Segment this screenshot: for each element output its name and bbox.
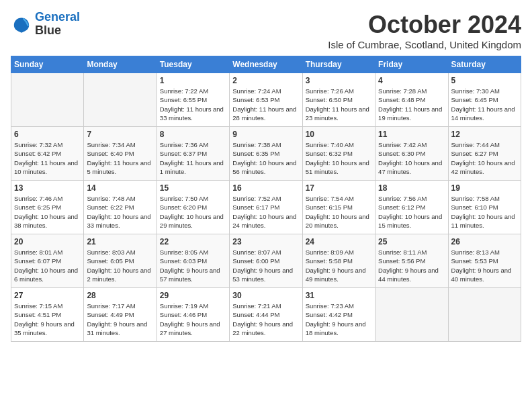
- day-number: 1: [160, 76, 226, 85]
- day-info: Sunrise: 7:46 AMSunset: 6:25 PMDaylight:…: [14, 194, 81, 230]
- day-info: Sunrise: 7:30 AMSunset: 6:45 PMDaylight:…: [451, 87, 518, 122]
- logo: General Blue: [11, 11, 80, 38]
- calendar-cell: 4Sunrise: 7:28 AMSunset: 6:48 PMDaylight…: [375, 73, 448, 127]
- calendar-table: Sunday Monday Tuesday Wednesday Thursday…: [11, 56, 521, 342]
- day-info: Sunrise: 8:09 AMSunset: 5:58 PMDaylight:…: [306, 248, 372, 283]
- calendar-cell: 10Sunrise: 7:40 AMSunset: 6:32 PMDayligh…: [302, 127, 375, 181]
- day-number: 14: [87, 183, 153, 193]
- day-info: Sunrise: 7:17 AMSunset: 4:49 PMDaylight:…: [87, 302, 153, 337]
- logo-line2: Blue: [35, 24, 80, 38]
- day-number: 15: [160, 183, 226, 193]
- calendar-cell: 30Sunrise: 7:21 AMSunset: 4:44 PMDayligh…: [230, 288, 302, 342]
- day-info: Sunrise: 8:03 AMSunset: 6:05 PMDaylight:…: [87, 248, 153, 283]
- day-number: 29: [160, 291, 226, 300]
- day-info: Sunrise: 8:11 AMSunset: 5:56 PMDaylight:…: [378, 248, 445, 283]
- col-wednesday: Wednesday: [230, 56, 302, 73]
- calendar-cell: 27Sunrise: 7:15 AMSunset: 4:51 PMDayligh…: [11, 288, 84, 342]
- day-number: 3: [306, 76, 372, 85]
- calendar-cell: 26Sunrise: 8:13 AMSunset: 5:53 PMDayligh…: [448, 234, 521, 288]
- calendar-cell: 11Sunrise: 7:42 AMSunset: 6:30 PMDayligh…: [375, 127, 448, 181]
- day-info: Sunrise: 7:32 AMSunset: 6:42 PMDaylight:…: [14, 140, 81, 176]
- day-info: Sunrise: 7:15 AMSunset: 4:51 PMDaylight:…: [14, 302, 81, 337]
- calendar-cell: 28Sunrise: 7:17 AMSunset: 4:49 PMDayligh…: [84, 288, 157, 342]
- calendar-cell: 31Sunrise: 7:23 AMSunset: 4:42 PMDayligh…: [302, 288, 375, 342]
- day-info: Sunrise: 7:40 AMSunset: 6:32 PMDaylight:…: [306, 140, 372, 176]
- calendar-cell: 2Sunrise: 7:24 AMSunset: 6:53 PMDaylight…: [230, 73, 302, 127]
- calendar-cell: 23Sunrise: 8:07 AMSunset: 6:00 PMDayligh…: [230, 234, 302, 288]
- calendar-cell: 15Sunrise: 7:50 AMSunset: 6:20 PMDayligh…: [157, 181, 229, 234]
- day-number: 6: [14, 130, 81, 139]
- day-number: 16: [232, 183, 299, 193]
- day-number: 26: [451, 237, 518, 246]
- day-number: 18: [378, 183, 445, 193]
- calendar-week-2: 6Sunrise: 7:32 AMSunset: 6:42 PMDaylight…: [11, 127, 521, 181]
- day-number: 25: [378, 237, 445, 246]
- day-number: 7: [87, 130, 153, 139]
- location-title: Isle of Cumbrae, Scotland, United Kingdo…: [328, 39, 521, 50]
- day-number: 28: [87, 291, 153, 300]
- day-number: 11: [378, 130, 445, 139]
- col-sunday: Sunday: [11, 56, 84, 73]
- logo-line1: General: [35, 10, 80, 24]
- calendar-header: Sunday Monday Tuesday Wednesday Thursday…: [11, 56, 521, 73]
- title-area: October 2024 Isle of Cumbrae, Scotland, …: [328, 11, 521, 50]
- day-info: Sunrise: 7:50 AMSunset: 6:20 PMDaylight:…: [160, 194, 226, 230]
- calendar-cell: 20Sunrise: 8:01 AMSunset: 6:07 PMDayligh…: [11, 234, 84, 288]
- calendar-cell: 22Sunrise: 8:05 AMSunset: 6:03 PMDayligh…: [157, 234, 229, 288]
- day-info: Sunrise: 7:23 AMSunset: 4:42 PMDaylight:…: [306, 302, 372, 337]
- day-number: 4: [378, 76, 445, 85]
- calendar-body: 1Sunrise: 7:22 AMSunset: 6:55 PMDaylight…: [11, 73, 521, 342]
- calendar-week-1: 1Sunrise: 7:22 AMSunset: 6:55 PMDaylight…: [11, 73, 521, 127]
- day-info: Sunrise: 8:05 AMSunset: 6:03 PMDaylight:…: [160, 248, 226, 283]
- calendar-cell: [375, 288, 448, 342]
- day-info: Sunrise: 8:07 AMSunset: 6:00 PMDaylight:…: [232, 248, 299, 283]
- calendar-cell: 29Sunrise: 7:19 AMSunset: 4:46 PMDayligh…: [157, 288, 229, 342]
- day-info: Sunrise: 7:24 AMSunset: 6:53 PMDaylight:…: [232, 87, 299, 122]
- col-friday: Friday: [375, 56, 448, 73]
- day-number: 9: [232, 130, 299, 139]
- page-header: General Blue October 2024 Isle of Cumbra…: [11, 11, 521, 50]
- day-info: Sunrise: 7:56 AMSunset: 6:12 PMDaylight:…: [378, 194, 445, 230]
- calendar-cell: 24Sunrise: 8:09 AMSunset: 5:58 PMDayligh…: [302, 234, 375, 288]
- logo-text: General Blue: [35, 11, 80, 38]
- day-number: 21: [87, 237, 153, 246]
- day-info: Sunrise: 8:13 AMSunset: 5:53 PMDaylight:…: [451, 248, 518, 283]
- calendar-week-5: 27Sunrise: 7:15 AMSunset: 4:51 PMDayligh…: [11, 288, 521, 342]
- day-info: Sunrise: 7:21 AMSunset: 4:44 PMDaylight:…: [232, 302, 299, 337]
- day-number: 13: [14, 183, 81, 193]
- day-info: Sunrise: 8:01 AMSunset: 6:07 PMDaylight:…: [14, 248, 81, 283]
- calendar-cell: [11, 73, 84, 127]
- col-saturday: Saturday: [448, 56, 521, 73]
- calendar-cell: 13Sunrise: 7:46 AMSunset: 6:25 PMDayligh…: [11, 181, 84, 234]
- day-info: Sunrise: 7:38 AMSunset: 6:35 PMDaylight:…: [232, 140, 299, 176]
- day-number: 31: [306, 291, 372, 300]
- calendar-cell: [84, 73, 157, 127]
- day-number: 8: [160, 130, 226, 139]
- day-number: 23: [232, 237, 299, 246]
- day-info: Sunrise: 7:28 AMSunset: 6:48 PMDaylight:…: [378, 87, 445, 122]
- day-number: 10: [306, 130, 372, 139]
- day-number: 20: [14, 237, 81, 246]
- calendar-cell: 14Sunrise: 7:48 AMSunset: 6:22 PMDayligh…: [84, 181, 157, 234]
- calendar-cell: 6Sunrise: 7:32 AMSunset: 6:42 PMDaylight…: [11, 127, 84, 181]
- day-info: Sunrise: 7:52 AMSunset: 6:17 PMDaylight:…: [232, 194, 299, 230]
- calendar-cell: 3Sunrise: 7:26 AMSunset: 6:50 PMDaylight…: [302, 73, 375, 127]
- day-info: Sunrise: 7:36 AMSunset: 6:37 PMDaylight:…: [160, 140, 226, 176]
- day-number: 22: [160, 237, 226, 246]
- day-info: Sunrise: 7:54 AMSunset: 6:15 PMDaylight:…: [306, 194, 372, 230]
- calendar-cell: 12Sunrise: 7:44 AMSunset: 6:27 PMDayligh…: [448, 127, 521, 181]
- day-number: 12: [451, 130, 518, 139]
- day-info: Sunrise: 7:19 AMSunset: 4:46 PMDaylight:…: [160, 302, 226, 337]
- calendar-week-3: 13Sunrise: 7:46 AMSunset: 6:25 PMDayligh…: [11, 181, 521, 234]
- month-title: October 2024: [328, 11, 521, 39]
- day-number: 24: [306, 237, 372, 246]
- day-info: Sunrise: 7:58 AMSunset: 6:10 PMDaylight:…: [451, 194, 518, 230]
- calendar-cell: 18Sunrise: 7:56 AMSunset: 6:12 PMDayligh…: [375, 181, 448, 234]
- calendar-cell: 17Sunrise: 7:54 AMSunset: 6:15 PMDayligh…: [302, 181, 375, 234]
- logo-icon: [11, 13, 32, 35]
- calendar-cell: [448, 288, 521, 342]
- day-number: 5: [451, 76, 518, 85]
- calendar-cell: 21Sunrise: 8:03 AMSunset: 6:05 PMDayligh…: [84, 234, 157, 288]
- day-number: 17: [306, 183, 372, 193]
- day-number: 2: [232, 76, 299, 85]
